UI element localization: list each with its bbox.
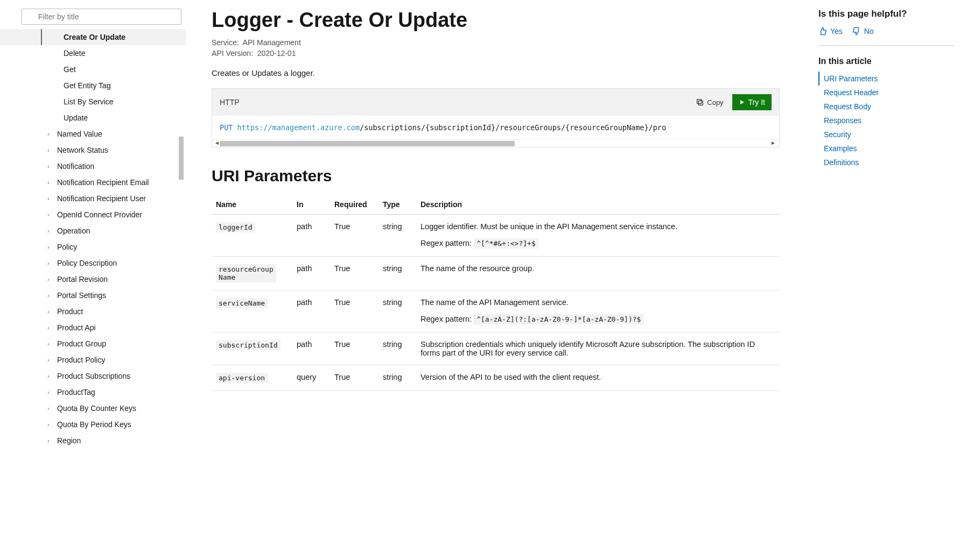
service-row: Service: API Management [212, 38, 780, 47]
svg-rect-1 [697, 100, 702, 104]
toc-item-request-body[interactable]: Request Body [818, 100, 954, 114]
toc-item-definitions[interactable]: Definitions [818, 155, 954, 169]
helpful-title: Is this page helpful? [818, 9, 954, 19]
chevron-right-icon: › [47, 421, 54, 428]
play-icon [739, 99, 745, 105]
code-scroll-thumb[interactable] [220, 141, 515, 146]
nav-item-get-entity-tag[interactable]: Get Entity Tag [0, 77, 186, 94]
nav-item-product-group[interactable]: ›Product Group [0, 336, 186, 352]
param-type: string [379, 257, 416, 290]
regex-pattern: ^[^*#&+:<>?]+$ [474, 238, 538, 249]
code-language-label: HTTP [220, 98, 240, 107]
col-name: Name [212, 195, 292, 215]
nav-label: Operation [57, 226, 90, 235]
yes-label: Yes [830, 27, 843, 36]
toc-link[interactable]: URI Parameters [824, 74, 878, 83]
filter-input[interactable] [22, 9, 181, 25]
nav-item-list-by-service[interactable]: List By Service [0, 94, 186, 110]
param-description: The name of the resource group. [416, 257, 780, 290]
col-in: In [292, 195, 330, 215]
toc-link[interactable]: Definitions [824, 158, 859, 167]
nav-item-network-status[interactable]: ›Network Status [0, 142, 186, 158]
apiver-label: API Version: [212, 49, 253, 58]
nav-item-update[interactable]: Update [0, 110, 186, 126]
col-description: Description [416, 195, 780, 215]
nav-label: Quota By Counter Keys [57, 404, 136, 413]
nav-label: Named Value [57, 130, 102, 138]
toc-item-security[interactable]: Security [818, 127, 954, 141]
try-it-label: Try It [748, 98, 765, 107]
apiver-value: 2020-12-01 [257, 49, 296, 58]
toc-link[interactable]: Request Header [824, 88, 879, 97]
nav-item-region[interactable]: ›Region [0, 433, 186, 449]
nav-item-quota-by-period-keys[interactable]: ›Quota By Period Keys [0, 416, 186, 433]
url-path: /subscriptions/{subscriptionId}/resource… [360, 123, 666, 132]
nav-item-named-value[interactable]: ›Named Value [0, 126, 186, 142]
nav-item-notification-recipient-user[interactable]: ›Notification Recipient User [0, 190, 186, 207]
param-name: subscriptionId [216, 340, 281, 350]
table-row: subscriptionIdpathTruestringSubscription… [212, 332, 780, 365]
nav-item-portal-revision[interactable]: ›Portal Revision [0, 271, 186, 287]
code-body[interactable]: PUT https://management.azure.com/subscri… [212, 116, 779, 139]
toc-link[interactable]: Examples [824, 144, 857, 153]
param-required: True [330, 290, 379, 332]
nav-item-notification-recipient-email[interactable]: ›Notification Recipient Email [0, 174, 186, 190]
toc-link[interactable]: Security [824, 130, 851, 139]
param-type: string [379, 332, 416, 365]
param-name: serviceName [216, 298, 268, 308]
scroll-right-icon[interactable]: ► [770, 140, 776, 146]
nav-label: Notification [57, 162, 94, 171]
chevron-right-icon: › [47, 147, 54, 153]
param-description: Logger identifier. Must be unique in the… [416, 215, 780, 257]
nav-item-product-policy[interactable]: ›Product Policy [0, 352, 186, 368]
feedback-yes-button[interactable]: Yes [818, 27, 843, 36]
nav-item-notification[interactable]: ›Notification [0, 158, 186, 174]
nav-item-delete[interactable]: Delete [0, 45, 186, 61]
nav-item-get[interactable]: Get [0, 61, 186, 77]
feedback-no-button[interactable]: No [852, 27, 874, 36]
nav-label: Policy [57, 243, 77, 251]
service-label: Service: [212, 38, 239, 47]
nav-item-product-subscriptions[interactable]: ›Product Subscriptions [0, 368, 186, 384]
toc-link[interactable]: Request Body [824, 102, 871, 111]
chevron-right-icon: › [47, 211, 54, 218]
apiversion-row: API Version: 2020-12-01 [212, 49, 780, 58]
param-required: True [330, 365, 379, 391]
chevron-right-icon: › [47, 260, 54, 266]
scroll-left-icon[interactable]: ◄ [214, 140, 220, 146]
nav-item-operation[interactable]: ›Operation [0, 223, 186, 239]
page-description: Creates or Updates a logger. [212, 68, 780, 77]
svg-rect-0 [699, 101, 703, 105]
nav-item-create-or-update[interactable]: Create Or Update [0, 29, 186, 45]
chevron-right-icon: › [47, 163, 54, 169]
toc-item-uri-parameters[interactable]: URI Parameters [818, 72, 954, 86]
col-required: Required [330, 195, 379, 215]
nav-item-product-api[interactable]: ›Product Api [0, 320, 186, 336]
nav-item-product[interactable]: ›Product [0, 303, 186, 320]
chevron-right-icon: › [47, 437, 54, 444]
param-in: path [292, 290, 330, 332]
left-sidebar: ▲ Create Or UpdateDeleteGetGet Entity Ta… [0, 0, 186, 560]
toc-item-request-header[interactable]: Request Header [818, 86, 954, 100]
toc-item-examples[interactable]: Examples [818, 141, 954, 155]
regex-pattern: ^[a-zA-Z](?:[a-zA-Z0-9-]*[a-zA-Z0-9])?$ [474, 314, 643, 324]
nav-label: Policy Description [57, 259, 117, 267]
toc-item-responses[interactable]: Responses [818, 114, 954, 127]
nav-item-policy-description[interactable]: ›Policy Description [0, 255, 186, 271]
code-horizontal-scrollbar[interactable]: ◄ ► [212, 139, 779, 147]
try-it-button[interactable]: Try It [732, 94, 772, 110]
table-row: api-versionqueryTruestringVersion of the… [212, 365, 780, 391]
nav-scroll[interactable]: ▲ Create Or UpdateDeleteGetGet Entity Ta… [0, 29, 186, 560]
nav-item-quota-by-counter-keys[interactable]: ›Quota By Counter Keys [0, 400, 186, 416]
nav-item-policy[interactable]: ›Policy [0, 239, 186, 255]
nav-item-portal-settings[interactable]: ›Portal Settings [0, 287, 186, 303]
toc-link[interactable]: Responses [824, 116, 861, 125]
nav-label: OpenId Connect Provider [57, 210, 142, 219]
http-verb: PUT [220, 123, 233, 132]
copy-button[interactable]: Copy [691, 96, 727, 108]
nav-item-producttag[interactable]: ›ProductTag [0, 384, 186, 400]
nav-item-openid-connect-provider[interactable]: ›OpenId Connect Provider [0, 207, 186, 223]
scrollbar-thumb[interactable] [179, 137, 184, 180]
param-required: True [330, 257, 379, 290]
copy-icon [696, 98, 704, 107]
